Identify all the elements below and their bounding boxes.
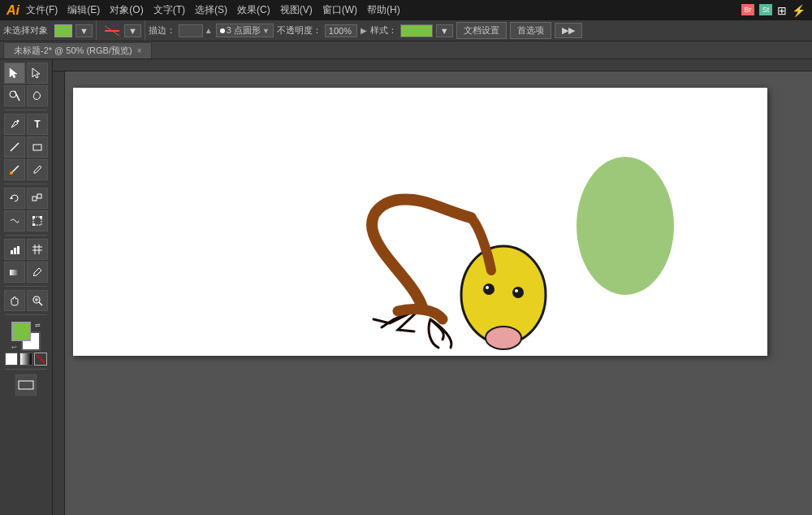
gradient-tool[interactable] — [4, 262, 25, 283]
hand-tool[interactable] — [4, 290, 25, 311]
gradient-color-btn[interactable] — [19, 353, 32, 366]
green-oval[interactable] — [577, 157, 674, 295]
fill-dropdown[interactable]: ▼ — [76, 24, 93, 37]
selection-tools-row — [4, 63, 48, 84]
column-graph-tool[interactable] — [4, 239, 25, 260]
line-tool[interactable] — [4, 136, 25, 158]
stroke-dropdown[interactable]: ▼ — [124, 24, 141, 37]
style-dropdown[interactable]: ▼ — [436, 24, 453, 37]
svg-rect-24 — [10, 270, 19, 275]
menu-window[interactable]: 窗口(W) — [322, 3, 357, 17]
pencil-tool[interactable] — [27, 159, 48, 180]
menu-effect[interactable]: 效果(C) — [237, 3, 270, 17]
doc-settings-button[interactable]: 文档设置 — [456, 22, 507, 39]
rotate-tool[interactable] — [4, 188, 25, 209]
app-logo: Ai — [6, 3, 19, 18]
tab-label: 未标题-2* @ 50% (RGB/预览) — [14, 45, 132, 57]
style-swatch[interactable] — [400, 24, 433, 37]
menu-file[interactable]: 文件(F) — [26, 3, 58, 17]
opacity-input[interactable] — [325, 24, 357, 37]
warp-tool[interactable] — [4, 210, 25, 232]
gradient-tools-row — [4, 262, 48, 283]
menu-view[interactable]: 视图(V) — [280, 3, 313, 17]
mesh-tool[interactable] — [27, 239, 48, 260]
direct-selection-tool[interactable] — [27, 63, 48, 84]
selection-tool[interactable] — [4, 63, 25, 84]
svg-marker-2 — [10, 68, 17, 78]
fill-stroke-swatches[interactable]: ⇄ ↩ — [11, 322, 41, 351]
warp-tools-row — [4, 210, 48, 232]
free-transform-tool[interactable] — [27, 210, 48, 232]
eyedropper-tool[interactable] — [27, 262, 48, 283]
ruler-left — [53, 71, 65, 515]
none-color-btn[interactable] — [34, 353, 47, 366]
paintbrush-tool[interactable] — [4, 159, 25, 180]
svg-point-9 — [10, 171, 13, 175]
magic-wand-tool[interactable] — [4, 85, 25, 106]
title-right-icons: Br St ⊞ ⚡ — [741, 4, 806, 17]
stroke-weight-input[interactable] — [179, 24, 203, 37]
svg-line-7 — [11, 143, 19, 151]
svg-point-36 — [515, 289, 518, 292]
menu-edit[interactable]: 编辑(E) — [67, 3, 100, 17]
menu-select[interactable]: 选择(S) — [195, 3, 227, 17]
svg-marker-3 — [32, 68, 40, 78]
svg-point-33 — [483, 283, 495, 295]
lasso-tools-row — [4, 85, 48, 106]
zoom-tool[interactable] — [27, 290, 48, 311]
svg-rect-14 — [32, 216, 35, 219]
menu-object[interactable]: 对象(O) — [110, 3, 143, 17]
main-area: T — [0, 59, 812, 515]
artboard-tool[interactable] — [15, 374, 37, 396]
hand-tools-row — [4, 290, 48, 311]
stroke-weight-up[interactable]: ▲ — [205, 26, 213, 35]
left-toolbar: T — [0, 59, 53, 515]
svg-point-6 — [17, 120, 19, 123]
brush-dropdown[interactable]: 3 点圆形 ▼ — [216, 24, 274, 37]
ruler-top — [53, 59, 812, 71]
reset-colors-icon[interactable]: ↩ — [11, 344, 17, 351]
type-tool[interactable]: T — [27, 114, 48, 135]
options-toolbar: 未选择对象 ▼ ▼ 描边： ▲ 3 点圆形 ▼ 不透明度： ▶ 样式： ▼ 文档… — [0, 20, 812, 41]
tab-bar: 未标题-2* @ 50% (RGB/预览) × — [0, 41, 812, 59]
menu-help[interactable]: 帮助(H) — [367, 3, 400, 17]
chart-tools-row — [4, 239, 48, 260]
svg-rect-11 — [32, 197, 37, 201]
opacity-up[interactable]: ▶ — [361, 26, 367, 35]
fill-color-box[interactable] — [11, 322, 31, 341]
svg-point-32 — [486, 327, 521, 349]
svg-point-34 — [512, 287, 524, 298]
pen-tool[interactable] — [4, 114, 25, 135]
title-bar: Ai 文件(F) 编辑(E) 对象(O) 文字(T) 选择(S) 效果(C) 视… — [0, 0, 812, 20]
preferences-button[interactable]: 首选项 — [510, 22, 551, 39]
svg-rect-19 — [17, 246, 19, 254]
svg-rect-12 — [37, 194, 41, 198]
no-selection-label: 未选择对象 — [3, 24, 48, 37]
menu-type[interactable]: 文字(T) — [153, 3, 185, 17]
swap-colors-icon[interactable]: ⇄ — [35, 322, 41, 329]
bridge-icon[interactable]: ⚡ — [792, 4, 806, 17]
svg-rect-18 — [14, 248, 16, 254]
menu-bar: 文件(F) 编辑(E) 对象(O) 文字(T) 选择(S) 效果(C) 视图(V… — [26, 3, 400, 17]
artboard-button-area — [15, 374, 37, 396]
stroke-section: ▼ — [100, 20, 145, 41]
stroke-swatch[interactable] — [103, 24, 121, 37]
creature-group[interactable] — [372, 199, 546, 349]
tab-close-button[interactable]: × — [137, 46, 142, 55]
fill-section: ▼ — [51, 20, 97, 41]
canvas-svg — [73, 88, 767, 356]
svg-point-5 — [10, 91, 16, 97]
svg-rect-15 — [40, 216, 42, 219]
solid-color-btn[interactable] — [5, 353, 18, 366]
fill-swatch[interactable] — [54, 24, 72, 37]
workspace-icon[interactable]: ⊞ — [777, 4, 787, 17]
more-options-button[interactable]: ▶▶ — [555, 23, 582, 38]
lasso-tool[interactable] — [27, 85, 48, 106]
scale-tool[interactable] — [27, 188, 48, 209]
svg-line-26 — [39, 302, 42, 305]
document-tab[interactable]: 未标题-2* @ 50% (RGB/预览) × — [3, 42, 152, 58]
shape-tool[interactable] — [27, 136, 48, 158]
artboard — [73, 88, 767, 356]
rotate-tools-row — [4, 188, 48, 209]
svg-rect-17 — [11, 250, 13, 254]
